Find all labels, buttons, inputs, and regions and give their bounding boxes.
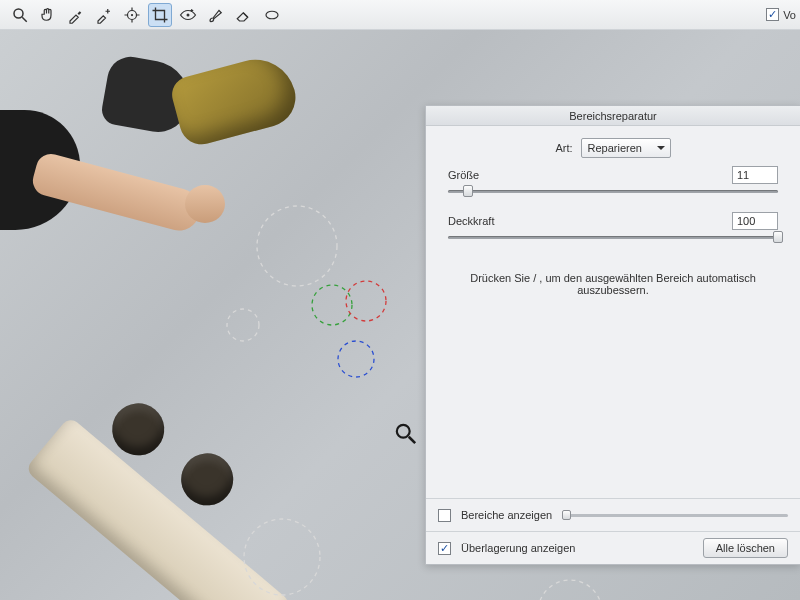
svg-point-6 [257,206,337,286]
toolbar: Vo [0,0,800,30]
svg-point-4 [187,13,190,16]
heal-spot[interactable] [536,578,604,600]
redeye-tool[interactable] [176,3,200,27]
heal-spot[interactable] [255,204,339,288]
brush-tool-icon [207,6,225,24]
checkbox-icon [766,8,779,21]
opacity-slider[interactable] [448,230,778,244]
crop-tool-icon [151,6,169,24]
heal-spot[interactable] [336,339,376,379]
heal-spot[interactable] [225,307,261,343]
zoom-tool[interactable] [8,3,32,27]
show-areas-slider[interactable] [562,510,788,520]
clear-all-button[interactable]: Alle löschen [703,538,788,558]
eyedropper-icon [67,6,85,24]
svg-point-12 [538,580,602,600]
svg-point-0 [14,9,23,18]
svg-point-13 [397,425,410,438]
type-select-value: Reparieren [588,142,642,154]
show-overlay-label: Überlagerung anzeigen [461,542,575,554]
toolbar-right-label: Vo [783,9,796,21]
heal-spot[interactable] [344,279,388,323]
brush-tool[interactable] [204,3,228,27]
zoom-tool-icon [11,6,29,24]
target-tool-icon [123,6,141,24]
svg-point-5 [266,11,278,19]
svg-point-8 [346,281,386,321]
eraser-tool-icon [235,6,253,24]
show-areas-label: Bereiche anzeigen [461,509,552,521]
crop-tool[interactable] [148,3,172,27]
panel-hint: Drücken Sie / , um den ausgewählten Bere… [440,252,786,296]
hand-tool-icon [39,6,57,24]
size-label: Größe [448,169,479,181]
svg-point-9 [227,309,259,341]
show-areas-checkbox[interactable] [438,509,451,522]
show-overlay-checkbox[interactable] [438,542,451,555]
eyedropper-plus-icon [95,6,113,24]
svg-line-14 [409,437,415,443]
svg-point-10 [338,341,374,377]
eyedropper-tool[interactable] [64,3,88,27]
svg-line-1 [22,17,27,22]
heal-spot[interactable] [242,517,322,597]
panel-title: Bereichsreparatur [426,106,800,126]
svg-point-3 [131,13,133,15]
redeye-tool-icon [179,6,197,24]
spot-repair-panel: Bereichsreparatur Art: Reparieren Größe … [425,105,800,565]
size-input[interactable]: 11 [732,166,778,184]
hand-tool[interactable] [36,3,60,27]
ellipse-tool-icon [263,6,281,24]
zoom-cursor-icon [395,423,417,447]
target-tool[interactable] [120,3,144,27]
type-select[interactable]: Reparieren [581,138,671,158]
type-label: Art: [555,142,572,154]
ellipse-tool[interactable] [260,3,284,27]
eraser-tool[interactable] [232,3,256,27]
opacity-label: Deckkraft [448,215,494,227]
opacity-input[interactable]: 100 [732,212,778,230]
size-slider[interactable] [448,184,778,198]
svg-point-11 [244,519,320,595]
canvas[interactable]: Bereichsreparatur Art: Reparieren Größe … [0,30,800,600]
eyedropper-plus-tool[interactable] [92,3,116,27]
toolbar-right-checkbox[interactable]: Vo [766,8,796,21]
